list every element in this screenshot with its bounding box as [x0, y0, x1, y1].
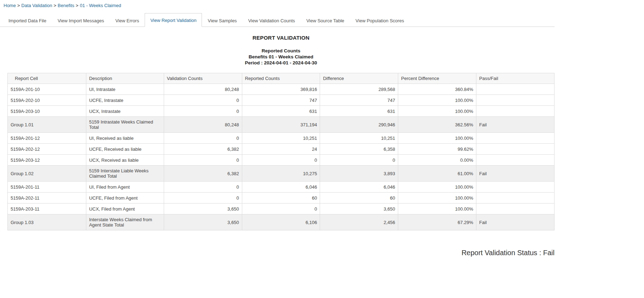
cell-report-cell: Group 1.02 — [8, 166, 86, 182]
cell-pass-fail — [476, 182, 555, 193]
cell-difference: 3,650 — [320, 204, 398, 214]
cell-report-cell: Group 1.03 — [8, 214, 86, 230]
breadcrumb-link-data-validation[interactable]: Data Validation — [21, 3, 52, 8]
cell-reported-counts: 10,251 — [242, 133, 320, 144]
breadcrumb-separator: > — [52, 3, 58, 8]
subtitle-line-period: Period : 2024-04-01 - 2024-04-30 — [7, 60, 555, 66]
cell-validation-counts: 6,382 — [164, 166, 242, 182]
cell-pass-fail — [476, 106, 555, 117]
cell-pass-fail — [476, 95, 555, 106]
tab-view-import-messages[interactable]: View Import Messages — [52, 14, 110, 27]
tab-view-population-scores[interactable]: View Population Scores — [350, 14, 410, 27]
cell-report-cell: 5159A-202-12 — [8, 144, 86, 155]
subtitle-line-counts: Reported Counts — [7, 48, 555, 54]
table-header-row: Report CellDescriptionValidation CountsR… — [8, 73, 555, 84]
cell-percent-difference: 61.00% — [398, 166, 476, 182]
cell-pass-fail — [476, 133, 555, 144]
cell-description: UCFE, Intrastate — [86, 95, 164, 106]
tab-view-report-validation[interactable]: View Report Validation — [145, 13, 202, 27]
cell-pass-fail — [476, 144, 555, 155]
cell-difference: 60 — [320, 193, 398, 204]
validation-table: Report CellDescriptionValidation CountsR… — [7, 73, 555, 230]
cell-reported-counts: 0 — [242, 155, 320, 166]
cell-reported-counts: 6,046 — [242, 182, 320, 193]
tab-view-errors[interactable]: View Errors — [110, 14, 145, 27]
tab-view-validation-counts[interactable]: View Validation Counts — [243, 14, 301, 27]
cell-validation-counts: 0 — [164, 106, 242, 117]
table-body: 5159A-201-10UI, Intrastate80,248369,8162… — [8, 84, 555, 230]
cell-validation-counts: 6,382 — [164, 144, 242, 155]
cell-description: 5159 Interstate Liable Weeks Claimed Tot… — [86, 166, 164, 182]
cell-description: UCFE, Filed from Agent — [86, 193, 164, 204]
cell-reported-counts: 10,275 — [242, 166, 320, 182]
breadcrumb: Home>Data Validation>Benefits>01 - Weeks… — [0, 0, 644, 10]
cell-validation-counts: 80,248 — [164, 84, 242, 95]
cell-validation-counts: 80,248 — [164, 117, 242, 133]
cell-difference: 290,946 — [320, 117, 398, 133]
table-row: 5159A-203-11UCX, Filed from Agent3,65003… — [8, 204, 555, 214]
cell-report-cell: 5159A-203-10 — [8, 106, 86, 117]
breadcrumb-link-01-weeks-claimed[interactable]: 01 - Weeks Claimed — [80, 3, 121, 8]
cell-validation-counts: 0 — [164, 155, 242, 166]
cell-description: UCX, Filed from Agent — [86, 204, 164, 214]
cell-validation-counts: 0 — [164, 133, 242, 144]
table-row: 5159A-201-12UI, Received as liable010,25… — [8, 133, 555, 144]
cell-validation-counts: 3,650 — [164, 204, 242, 214]
cell-description: UCFE, Received as liable — [86, 144, 164, 155]
cell-description: UCX, Intrastate — [86, 106, 164, 117]
cell-percent-difference: 0.00% — [398, 155, 476, 166]
table-row: 5159A-203-10UCX, Intrastate0631631100.00… — [8, 106, 555, 117]
column-header-validation-counts: Validation Counts — [164, 73, 242, 84]
report-subtitle: Reported Counts Benefits 01 - Weeks Clai… — [7, 48, 555, 66]
cell-report-cell: 5159A-203-11 — [8, 204, 86, 214]
cell-validation-counts: 0 — [164, 193, 242, 204]
cell-percent-difference: 360.84% — [398, 84, 476, 95]
cell-report-cell: 5159A-201-11 — [8, 182, 86, 193]
group-row: Group 1.03Interstate Weeks Claimed from … — [8, 214, 555, 230]
cell-difference: 3,893 — [320, 166, 398, 182]
cell-report-cell: 5159A-203-12 — [8, 155, 86, 166]
cell-report-cell: 5159A-202-11 — [8, 193, 86, 204]
subtitle-line-report: Benefits 01 - Weeks Claimed — [7, 54, 555, 60]
column-header-pass-fail: Pass/Fail — [476, 73, 555, 84]
cell-percent-difference: 100.00% — [398, 95, 476, 106]
cell-description: UI, Filed from Agent — [86, 182, 164, 193]
table-row: 5159A-203-12UCX, Received as liable0000.… — [8, 155, 555, 166]
cell-reported-counts: 0 — [242, 204, 320, 214]
cell-reported-counts: 6,106 — [242, 214, 320, 230]
cell-validation-counts: 0 — [164, 182, 242, 193]
cell-description: UCX, Received as liable — [86, 155, 164, 166]
table-row: 5159A-202-10UCFE, Intrastate0747747100.0… — [8, 95, 555, 106]
cell-reported-counts: 371,194 — [242, 117, 320, 133]
column-header-description: Description — [86, 73, 164, 84]
table-row: 5159A-201-10UI, Intrastate80,248369,8162… — [8, 84, 555, 95]
cell-difference: 6,358 — [320, 144, 398, 155]
group-row: Group 1.025159 Interstate Liable Weeks C… — [8, 166, 555, 182]
tab-imported-data-file[interactable]: Imported Data File — [3, 14, 52, 27]
breadcrumb-link-home[interactable]: Home — [4, 3, 16, 8]
cell-difference: 10,251 — [320, 133, 398, 144]
column-header-reported-counts: Reported Counts — [242, 73, 320, 84]
cell-reported-counts: 60 — [242, 193, 320, 204]
cell-percent-difference: 67.29% — [398, 214, 476, 230]
report-validation-status: Report Validation Status : Fail — [7, 249, 555, 257]
tab-view-source-table[interactable]: View Source Table — [301, 14, 350, 27]
column-header-report-cell: Report Cell — [8, 73, 86, 84]
cell-report-cell: 5159A-201-12 — [8, 133, 86, 144]
cell-percent-difference: 100.00% — [398, 193, 476, 204]
breadcrumb-separator: > — [74, 3, 80, 8]
cell-percent-difference: 100.00% — [398, 182, 476, 193]
cell-description: Interstate Weeks Claimed from Agent Stat… — [86, 214, 164, 230]
main-content: REPORT VALIDATION Reported Counts Benefi… — [7, 35, 555, 257]
breadcrumb-separator: > — [16, 3, 22, 8]
page-title: REPORT VALIDATION — [7, 35, 555, 41]
cell-validation-counts: 3,650 — [164, 214, 242, 230]
cell-percent-difference: 100.00% — [398, 133, 476, 144]
table-row: 5159A-202-11UCFE, Filed from Agent060601… — [8, 193, 555, 204]
breadcrumb-link-benefits[interactable]: Benefits — [58, 3, 74, 8]
cell-reported-counts: 747 — [242, 95, 320, 106]
cell-percent-difference: 99.62% — [398, 144, 476, 155]
tab-view-samples[interactable]: View Samples — [202, 14, 242, 27]
cell-validation-counts: 0 — [164, 95, 242, 106]
cell-difference: 289,568 — [320, 84, 398, 95]
